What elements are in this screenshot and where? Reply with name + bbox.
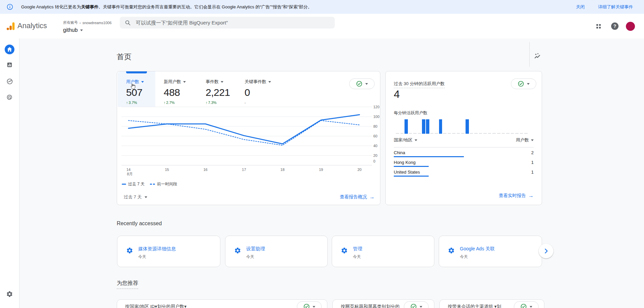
metric-tab-key-events[interactable]: 关键事件数 0 - bbox=[245, 79, 271, 105]
table-row: Hong Kong 1 bbox=[394, 157, 534, 167]
analytics-logo[interactable] bbox=[6, 22, 15, 32]
caret-down-icon bbox=[530, 306, 532, 308]
metric-delta: - bbox=[245, 101, 271, 105]
search-input[interactable] bbox=[135, 19, 330, 26]
column-header-country[interactable]: 国家/地区 bbox=[394, 137, 417, 143]
help-icon[interactable]: ? bbox=[611, 22, 619, 30]
table-row: China 2 bbox=[394, 147, 534, 157]
active-users-value: 4 bbox=[394, 88, 400, 101]
chart-legend: 过去 7 天 前一时间段 bbox=[122, 181, 177, 187]
avatar[interactable] bbox=[626, 22, 635, 31]
svg-text:120: 120 bbox=[373, 105, 379, 109]
caret-down-icon bbox=[141, 81, 144, 83]
date-range-selector[interactable]: 过去 7 天 bbox=[124, 194, 147, 200]
check-circle-icon bbox=[356, 81, 362, 87]
chevron-down-icon bbox=[80, 29, 83, 31]
caret-down-icon bbox=[221, 81, 223, 83]
data-quality-badge[interactable] bbox=[511, 78, 536, 89]
realtime-card: 过去 30 分钟的活跃用户数 4 每分钟活跃用户数 国家/地区 用户数 bbox=[385, 71, 542, 205]
divider bbox=[529, 42, 530, 67]
suggested-title: 为您推荐 bbox=[117, 280, 138, 289]
value-bar bbox=[394, 176, 429, 177]
apps-grid-icon[interactable] bbox=[596, 23, 601, 30]
view-realtime-report-link[interactable]: 查看实时报告→ bbox=[499, 193, 534, 199]
suggested-card-views-by-page[interactable]: 按网页标题和屏幕类别划分的 bbox=[332, 299, 434, 308]
caret-down-icon bbox=[313, 306, 315, 308]
caret-down-icon bbox=[420, 306, 422, 308]
sidebar-item-admin[interactable] bbox=[0, 291, 19, 298]
metric-tab-users[interactable]: 用户数 507 ↑3.7% bbox=[126, 79, 144, 105]
advertising-icon bbox=[6, 94, 13, 101]
sidebar-item-advertising[interactable] bbox=[0, 94, 19, 101]
data-quality-badge[interactable] bbox=[349, 78, 375, 89]
realtime-country-table: 国家/地区 用户数 China 2 Hong Kong 1 bbox=[394, 137, 534, 177]
breadcrumb-account[interactable]: snowdreams1006 bbox=[83, 21, 112, 25]
product-name: Analytics bbox=[17, 21, 47, 30]
caret-down-icon bbox=[531, 139, 534, 141]
recent-card-property-details[interactable]: 媒体资源详细信息 今天 bbox=[117, 236, 220, 267]
svg-text:17: 17 bbox=[242, 168, 246, 172]
recent-card-setup-assistant[interactable]: 设置助理 今天 bbox=[225, 236, 328, 267]
svg-text:100: 100 bbox=[373, 115, 379, 119]
page-title: 首页 bbox=[117, 52, 131, 62]
svg-text:20: 20 bbox=[373, 153, 377, 158]
sidebar-item-explore[interactable] bbox=[0, 78, 19, 85]
search-icon bbox=[125, 20, 131, 26]
data-quality-badge[interactable] bbox=[404, 301, 429, 308]
banner-learn-more-link[interactable]: 详细了解关键事件 bbox=[598, 4, 633, 10]
caret-down-icon bbox=[268, 81, 271, 83]
svg-text:80: 80 bbox=[373, 124, 377, 128]
mouse-cursor bbox=[130, 83, 136, 91]
svg-text:16: 16 bbox=[203, 168, 207, 172]
check-circle-icon bbox=[521, 304, 527, 308]
metric-delta: ↑2.7% bbox=[164, 101, 186, 105]
data-quality-badge[interactable] bbox=[514, 301, 539, 308]
info-icon bbox=[7, 4, 13, 10]
svg-text:60: 60 bbox=[373, 134, 377, 138]
suggested-card-users-by-country[interactable]: 按国家/地区 ID▾划分的用户数▾ bbox=[117, 299, 327, 308]
metric-tab-events[interactable]: 事件数 2,221 ↑7.3% bbox=[206, 79, 230, 105]
metric-delta: ↑3.7% bbox=[126, 101, 144, 105]
svg-text:0: 0 bbox=[373, 159, 375, 163]
view-reports-snapshot-link[interactable]: 查看报告概况→ bbox=[340, 194, 375, 200]
recent-card-admin[interactable]: 管理 今天 bbox=[332, 236, 434, 267]
metric-value: 488 bbox=[164, 87, 186, 98]
breadcrumb-separator-icon: › bbox=[79, 21, 81, 25]
caret-down-icon bbox=[183, 81, 186, 83]
arrow-up-icon: ↑ bbox=[164, 101, 166, 105]
svg-text:40: 40 bbox=[373, 144, 377, 148]
sidebar-item-home[interactable] bbox=[0, 45, 19, 54]
table-row: United States 1 bbox=[394, 167, 534, 177]
arrow-up-icon: ↑ bbox=[206, 101, 208, 105]
svg-text:18: 18 bbox=[280, 168, 284, 172]
notification-banner: Google Analytics 转化已更名为关键事件。关键事件可衡量对您的业务… bbox=[0, 0, 644, 14]
arrow-right-icon: → bbox=[369, 194, 375, 200]
breadcrumb-account-level[interactable]: 所有账号 bbox=[63, 20, 78, 25]
caret-down-icon bbox=[145, 196, 147, 198]
per-minute-title: 每分钟活跃用户数 bbox=[394, 110, 427, 116]
dashed-line-swatch bbox=[150, 184, 155, 185]
property-switcher[interactable]: github bbox=[63, 27, 83, 33]
overview-card: 用户数 507 ↑3.7% 新用户数 488 ↑2.7% 事件数 2,221 ↑… bbox=[117, 71, 380, 205]
gear-icon bbox=[448, 247, 455, 255]
caret-down-icon bbox=[415, 139, 417, 141]
gear-icon bbox=[6, 291, 13, 298]
suggested-card-sessions-by-channel[interactable]: 按带来会话的主渠道组 ▾划 bbox=[439, 299, 544, 308]
data-quality-badge[interactable] bbox=[297, 301, 322, 308]
arrow-up-icon: ↑ bbox=[126, 101, 128, 105]
arrow-right-icon: → bbox=[528, 193, 534, 198]
property-name: github bbox=[63, 27, 78, 33]
main-content: 首页 用户数 507 ↑3.7% 新用户数 488 ↑2.7% bbox=[19, 39, 644, 308]
recent-card-google-ads-links[interactable]: Google Ads 关联 今天 bbox=[439, 236, 542, 267]
banner-close-link[interactable]: 关闭 bbox=[576, 4, 585, 10]
gear-icon bbox=[341, 247, 348, 255]
sidebar-item-reports[interactable] bbox=[0, 62, 19, 68]
chevron-right-icon bbox=[542, 247, 550, 255]
metric-tab-new-users[interactable]: 新用户数 488 ↑2.7% bbox=[164, 79, 186, 105]
insights-icon[interactable] bbox=[533, 53, 541, 62]
search-bar[interactable] bbox=[120, 17, 335, 28]
gear-icon bbox=[234, 247, 241, 255]
column-header-users[interactable]: 用户数 bbox=[516, 137, 534, 143]
svg-text:19: 19 bbox=[319, 168, 323, 172]
carousel-next-button[interactable] bbox=[539, 244, 553, 258]
